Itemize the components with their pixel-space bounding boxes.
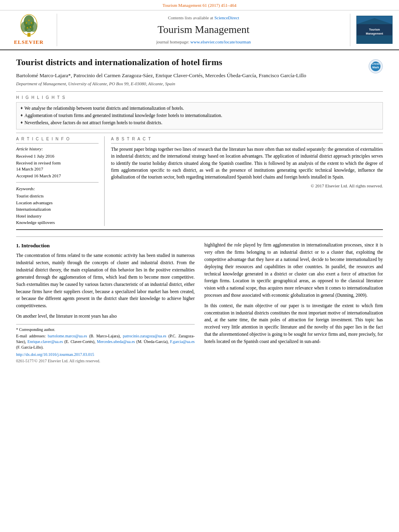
sciencedirect-link[interactable]: ScienceDirect bbox=[214, 15, 239, 20]
svg-point-5 bbox=[24, 25, 33, 32]
journal-header: ELSEVIER Contents lists available at Sci… bbox=[0, 10, 399, 50]
article-info-abstract-section: A R T I C L E I N F O Article history: R… bbox=[16, 136, 383, 226]
abstract-col: A B S T R A C T The present paper brings… bbox=[111, 136, 383, 226]
email-person-5: F. García-Lillo bbox=[17, 345, 41, 349]
highlight-item-1: ♦ We analyse the relationship between to… bbox=[21, 105, 378, 111]
sciencedirect-line: Contents lists available at ScienceDirec… bbox=[168, 15, 239, 21]
article-info-col: A R T I C L E I N F O Article history: R… bbox=[16, 136, 105, 226]
homepage-prefix: journal homepage: bbox=[156, 39, 190, 44]
body-two-col: 1. Introduction The concentration of fir… bbox=[16, 242, 383, 364]
svg-point-9 bbox=[29, 27, 31, 28]
email-note: E-mail addresses: bartolome.marco@ua.es … bbox=[16, 333, 195, 350]
keyword-2: Location advantages bbox=[16, 200, 99, 206]
intro-para2: On another level, the literature in rece… bbox=[16, 313, 195, 320]
main-content: Cross Mark Tourist districts and interna… bbox=[0, 50, 399, 370]
authors-text: Bartolomé Marco-Lajara*, Patrocinio del … bbox=[16, 72, 306, 78]
body-section: 1. Introduction The concentration of fir… bbox=[16, 236, 383, 364]
homepage-link[interactable]: www.elsevier.com/locate/tourman bbox=[190, 39, 251, 44]
elsevier-text: ELSEVIER bbox=[14, 39, 44, 46]
revised-date: Received in revised form 14 March 2017 bbox=[16, 160, 99, 173]
received-date: Received 1 July 2016 bbox=[16, 153, 99, 159]
sciencedirect-prefix: Contents lists available at bbox=[168, 15, 214, 20]
accepted-date: Accepted 16 March 2017 bbox=[16, 173, 99, 179]
divider-body bbox=[16, 229, 383, 230]
article-info-label: A R T I C L E I N F O bbox=[16, 136, 99, 144]
right-para2: In this context, the main objective of o… bbox=[204, 302, 383, 345]
svg-point-8 bbox=[27, 27, 28, 29]
intro-para1: The concentration of firms related to th… bbox=[16, 252, 195, 310]
abstract-text: The present paper brings together two li… bbox=[111, 146, 383, 181]
highlight-item-2: ♦ Agglomeration of tourism firms and gen… bbox=[21, 112, 378, 119]
body-col-left: 1. Introduction The concentration of fir… bbox=[16, 242, 195, 364]
svg-point-7 bbox=[31, 23, 32, 24]
authors-line: Bartolomé Marco-Lajara*, Patrocinio del … bbox=[16, 72, 383, 79]
email-person-1: B. Marco-Lajara bbox=[90, 334, 118, 338]
corresponding-note: * Corresponding author. bbox=[16, 327, 195, 333]
history-label: Article history: bbox=[16, 146, 99, 152]
elsevier-logo: ELSEVIER bbox=[5, 14, 57, 46]
journal-logo-right: Tourism Management bbox=[350, 14, 394, 46]
email-person-4: M. Úbeda-García bbox=[138, 339, 166, 344]
keyword-1: Tourist districts bbox=[16, 193, 99, 199]
highlight-text-3: Nevertheless, above factors do not attra… bbox=[25, 119, 162, 126]
email-link-5[interactable]: F.garcia@ua.es bbox=[170, 339, 195, 344]
divider-3 bbox=[16, 182, 99, 183]
abstract-label: A B S T R A C T bbox=[111, 136, 383, 144]
copyright-bottom: 0261-5177/© 2017 Elsevier Ltd. All right… bbox=[16, 358, 195, 364]
keyword-4: Hotel industry bbox=[16, 213, 99, 219]
journal-homepage-line: journal homepage: www.elsevier.com/locat… bbox=[156, 39, 251, 45]
svg-rect-14 bbox=[357, 35, 392, 43]
bullet-3: ♦ bbox=[21, 119, 23, 126]
footnotes-area: * Corresponding author. E-mail addresses… bbox=[16, 324, 195, 364]
svg-text:Management: Management bbox=[366, 32, 383, 35]
email-person-3: E. Claver-Cortés bbox=[66, 339, 93, 344]
article-title: Tourist districts and internationalizati… bbox=[16, 57, 383, 68]
highlight-text-1: We analyse the relationship between tour… bbox=[25, 105, 184, 111]
keyword-5: Knowledge spillovers bbox=[16, 220, 99, 226]
right-para1: highlighted the role played by firm aggl… bbox=[204, 242, 383, 299]
keyword-3: Internationalization bbox=[16, 206, 99, 212]
section-number: 1. bbox=[16, 242, 21, 249]
body-col-right: highlighted the role played by firm aggl… bbox=[204, 242, 383, 364]
divider-1 bbox=[16, 91, 383, 92]
keywords-label: Keywords: bbox=[16, 186, 99, 192]
email-label-text: E-mail addresses: bbox=[16, 334, 46, 338]
crossmark-badge[interactable]: Cross Mark bbox=[368, 59, 383, 74]
svg-point-10 bbox=[28, 20, 30, 21]
affiliation-line: Department of Management, University of … bbox=[16, 81, 383, 87]
highlights-box: ♦ We analyse the relationship between to… bbox=[16, 102, 383, 129]
divider-2 bbox=[16, 133, 383, 133]
svg-rect-0 bbox=[27, 33, 30, 37]
highlight-item-3: ♦ Nevertheless, above factors do not att… bbox=[21, 119, 378, 126]
bullet-2: ♦ bbox=[21, 112, 23, 119]
doi-line[interactable]: http://dx.doi.org/10.1016/j.tourman.2017… bbox=[16, 352, 195, 357]
email-link-4[interactable]: Mercedes.ubeda@ua.es bbox=[97, 339, 135, 344]
email-link-2[interactable]: patrocinio.zaragoza@ua.es bbox=[123, 334, 166, 338]
bullet-1: ♦ bbox=[21, 105, 23, 111]
section-title: Introduction bbox=[21, 242, 50, 249]
email-link-3[interactable]: Enrique.claver@ua.es bbox=[27, 339, 63, 344]
svg-point-6 bbox=[25, 23, 27, 24]
svg-text:Mark: Mark bbox=[372, 66, 379, 69]
journal-title: Tourism Management bbox=[158, 23, 250, 37]
email-link-1[interactable]: bartolome.marco@ua.es bbox=[48, 334, 87, 338]
journal-citation-line: Tourism Management 61 (2017) 451–464 bbox=[0, 0, 399, 10]
abstract-copyright: © 2017 Elsevier Ltd. All rights reserved… bbox=[111, 183, 383, 189]
highlight-text-2: Agglomeration of tourism firms and gener… bbox=[25, 112, 222, 119]
svg-text:Cross: Cross bbox=[372, 62, 380, 65]
svg-text:Tourism: Tourism bbox=[369, 28, 380, 31]
intro-heading: 1. Introduction bbox=[16, 242, 195, 250]
header-center: Contents lists available at ScienceDirec… bbox=[61, 14, 346, 46]
doi-link[interactable]: http://dx.doi.org/10.1016/j.tourman.2017… bbox=[16, 352, 94, 357]
highlights-label: H I G H L I G H T S bbox=[16, 95, 383, 101]
